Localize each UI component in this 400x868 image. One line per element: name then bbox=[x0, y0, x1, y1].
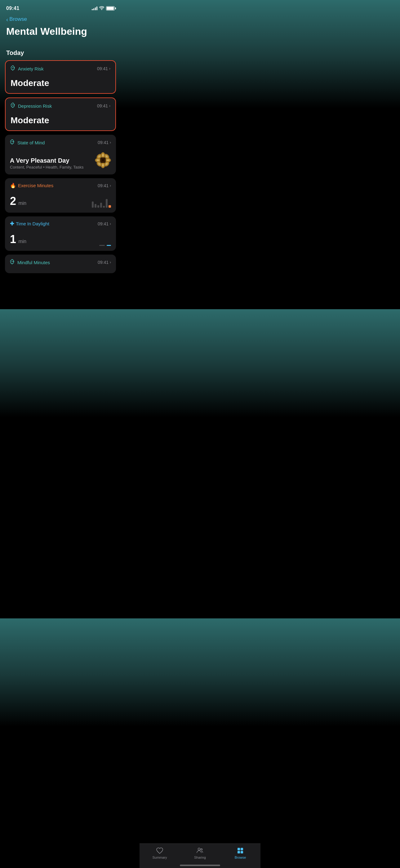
exercise-value-container: 2 min bbox=[10, 195, 26, 208]
depression-risk-card[interactable]: Depression Risk 09:41 › Moderate bbox=[5, 97, 116, 131]
chevron-icon: › bbox=[110, 222, 111, 226]
back-button[interactable]: ‹ Browse bbox=[6, 16, 115, 22]
mindful-minutes-time: 09:41 › bbox=[98, 260, 111, 265]
svg-point-16 bbox=[12, 261, 12, 262]
exercise-minutes-card[interactable]: 🔥 Exercise Minutes 09:41 › 2 min bbox=[5, 178, 116, 213]
card-header: State of Mind 09:41 › bbox=[10, 139, 111, 146]
exercise-bar-chart bbox=[92, 196, 111, 208]
state-of-mind-card[interactable]: State of Mind 09:41 › A Very Pleasant Da… bbox=[5, 135, 116, 175]
cards-container: Anxiety Risk 09:41 › Moderate bbox=[0, 60, 121, 278]
anxiety-risk-title: Anxiety Risk bbox=[18, 66, 44, 71]
daylight-bar-segment-2 bbox=[107, 245, 111, 246]
daylight-bar-container bbox=[99, 245, 111, 246]
page-title: Mental Wellbeing bbox=[6, 26, 115, 37]
state-of-mind-subtitle: Content, Peaceful • Health, Family, Task… bbox=[10, 165, 84, 169]
back-label: Browse bbox=[9, 16, 27, 22]
bar-3 bbox=[97, 205, 99, 208]
exercise-value: 2 bbox=[10, 195, 16, 207]
brain-icon bbox=[10, 65, 16, 72]
card-header: Depression Risk 09:41 › bbox=[10, 102, 110, 109]
flame-icon: 🔥 bbox=[10, 183, 16, 188]
daylight-value: 1 bbox=[10, 233, 16, 246]
svg-point-17 bbox=[13, 261, 14, 262]
mindful-minutes-card[interactable]: Mindful Minutes 09:41 › bbox=[5, 254, 116, 273]
depression-risk-title: Depression Risk bbox=[18, 103, 52, 108]
exercise-minutes-title: Exercise Minutes bbox=[18, 183, 53, 188]
svg-point-3 bbox=[14, 105, 14, 105]
depression-risk-time: 09:41 › bbox=[97, 103, 110, 108]
card-header: Mindful Minutes 09:41 › bbox=[10, 259, 111, 266]
daylight-bar-segment-1 bbox=[99, 245, 105, 246]
time-in-daylight-title: Time In Daylight bbox=[16, 221, 49, 226]
svg-point-4 bbox=[12, 142, 12, 142]
brain-icon bbox=[10, 139, 15, 146]
state-of-mind-title: State of Mind bbox=[18, 140, 45, 145]
brain-icon bbox=[10, 259, 15, 266]
bar-5 bbox=[103, 206, 105, 208]
exercise-unit: min bbox=[18, 200, 26, 206]
battery-icon bbox=[106, 6, 115, 10]
card-title-row: ✚ Time In Daylight bbox=[10, 221, 49, 227]
chevron-icon: › bbox=[110, 140, 111, 145]
svg-point-0 bbox=[12, 68, 13, 68]
brain-icon bbox=[10, 102, 16, 109]
card-title-row: Depression Risk bbox=[10, 102, 52, 109]
signal-icon bbox=[92, 6, 97, 10]
time-in-daylight-time: 09:41 › bbox=[98, 221, 111, 226]
card-title-row: Anxiety Risk bbox=[10, 65, 44, 72]
state-of-mind-content: A Very Pleasant Day Content, Peaceful • … bbox=[10, 152, 111, 169]
card-title-row: 🔥 Exercise Minutes bbox=[10, 183, 53, 188]
depression-risk-value: Moderate bbox=[10, 116, 110, 125]
wifi-icon bbox=[99, 6, 104, 11]
daylight-unit: min bbox=[18, 239, 26, 244]
exercise-minutes-time: 09:41 › bbox=[98, 183, 111, 188]
chevron-icon: › bbox=[109, 104, 110, 108]
status-icons bbox=[92, 6, 115, 11]
state-of-mind-time: 09:41 › bbox=[98, 140, 111, 145]
bar-6 bbox=[106, 199, 108, 208]
exercise-content: 2 min bbox=[10, 195, 111, 208]
bar-4 bbox=[100, 203, 102, 208]
card-header: 🔥 Exercise Minutes 09:41 › bbox=[10, 183, 111, 188]
status-time: 09:41 bbox=[6, 6, 19, 11]
card-title-row: Mindful Minutes bbox=[10, 259, 50, 266]
anxiety-risk-time: 09:41 › bbox=[97, 66, 110, 71]
card-header: Anxiety Risk 09:41 › bbox=[10, 65, 110, 72]
anxiety-risk-value: Moderate bbox=[10, 78, 110, 88]
status-bar: 09:41 bbox=[0, 0, 121, 15]
svg-point-15 bbox=[102, 159, 104, 161]
svg-point-1 bbox=[14, 68, 14, 68]
back-chevron-icon: ‹ bbox=[6, 17, 8, 22]
chevron-icon: › bbox=[109, 66, 110, 71]
daylight-value-container: 1 min bbox=[10, 233, 26, 246]
plus-health-icon: ✚ bbox=[10, 221, 14, 227]
card-header: ✚ Time In Daylight 09:41 › bbox=[10, 221, 111, 227]
svg-point-5 bbox=[13, 142, 14, 142]
anxiety-risk-card[interactable]: Anxiety Risk 09:41 › Moderate bbox=[5, 60, 116, 94]
mindful-minutes-title: Mindful Minutes bbox=[18, 260, 50, 265]
bar-2 bbox=[95, 204, 96, 208]
time-in-daylight-card[interactable]: ✚ Time In Daylight 09:41 › 1 min bbox=[5, 216, 116, 251]
flower-decoration bbox=[95, 152, 111, 169]
today-section-label: Today bbox=[0, 49, 121, 57]
header: ‹ Browse Mental Wellbeing bbox=[0, 15, 121, 49]
bar-7-orange bbox=[108, 205, 111, 208]
chevron-icon: › bbox=[110, 183, 111, 188]
chevron-icon: › bbox=[110, 260, 111, 265]
daylight-content: 1 min bbox=[10, 233, 111, 246]
svg-point-2 bbox=[12, 105, 13, 105]
state-of-mind-value: A Very Pleasant Day bbox=[10, 157, 84, 164]
card-title-row: State of Mind bbox=[10, 139, 45, 146]
bar-1 bbox=[92, 202, 94, 208]
